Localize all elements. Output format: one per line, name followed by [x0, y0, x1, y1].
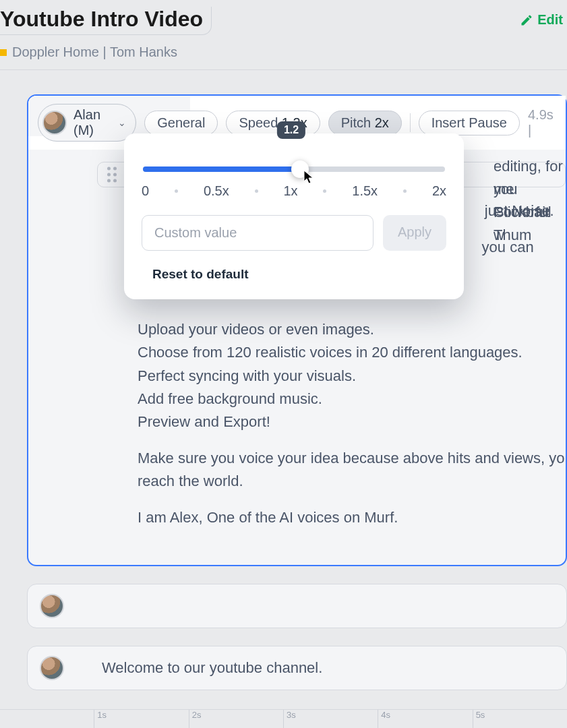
voice-avatar: [40, 594, 64, 618]
custom-value-input[interactable]: Custom value: [142, 215, 374, 251]
timeline-tick: [0, 710, 94, 728]
editor-block-3[interactable]: Welcome to our youtube channel.: [27, 646, 567, 690]
tick-dot: [403, 189, 407, 193]
block-3-text: Welcome to our youtube channel.: [102, 659, 322, 677]
pencil-icon: [520, 13, 533, 27]
edit-label: Edit: [537, 12, 563, 28]
script-p5: I am Alex, One of the AI voices on Murf.: [138, 506, 566, 529]
voice-avatar: [42, 111, 67, 135]
toolbar-separator: [410, 113, 411, 132]
card-frag-r3: Clickbait Thum: [494, 201, 566, 247]
page-title[interactable]: Youtube Intro Video: [0, 7, 212, 35]
insert-pause-pill[interactable]: Insert Pause: [419, 111, 520, 135]
timeline-tick: 5s: [473, 710, 567, 728]
script-p3: Upload your videos or even images. Choos…: [138, 318, 566, 433]
speed-popover: 1.2 0 0.5x 1x 1.5x 2x Custom value Apply…: [124, 133, 464, 299]
timeline-tick: 2s: [189, 710, 283, 728]
editor-block-2[interactable]: [27, 584, 567, 628]
chevron-down-icon: ⌄: [118, 117, 126, 128]
project-color-dot: [0, 49, 7, 56]
tick-0: 0: [142, 183, 149, 199]
speed-slider[interactable]: [143, 164, 445, 174]
voice-avatar: [40, 656, 64, 680]
slider-tick-labels: 0 0.5x 1x 1.5x 2x: [142, 183, 446, 199]
breadcrumb[interactable]: Doppler Home | Tom Hanks: [0, 44, 567, 60]
script-p4: Make sure you voice your idea because ab…: [138, 447, 566, 493]
tick-dot: [255, 189, 258, 193]
breadcrumb-text: Doppler Home | Tom Hanks: [12, 44, 177, 60]
speed-pill[interactable]: Speed 1.2x: [226, 111, 320, 135]
tick-05: 0.5x: [204, 183, 229, 199]
edit-button[interactable]: Edit: [520, 12, 567, 28]
drag-handle-icon[interactable]: [107, 167, 117, 183]
tick-dot: [323, 189, 326, 193]
block-duration: 4.9s |: [528, 107, 556, 138]
timeline-tick: 3s: [283, 710, 378, 728]
slider-tooltip: 1.2: [277, 121, 305, 139]
tick-15: 1.5x: [352, 183, 378, 199]
tick-1: 1x: [283, 183, 297, 199]
pitch-label: Pitch: [341, 115, 371, 130]
cursor-icon: [303, 170, 316, 188]
apply-button[interactable]: Apply: [383, 215, 446, 251]
voice-selector[interactable]: Alan (M) ⌄: [38, 104, 136, 142]
timeline-tick: 4s: [378, 710, 472, 728]
pitch-pill[interactable]: Pitch 2x: [328, 111, 402, 135]
timeline-ruler[interactable]: 1s 2s 3s 4s 5s: [0, 709, 567, 728]
reset-to-default-button[interactable]: Reset to default: [142, 267, 446, 282]
tick-dot: [175, 189, 178, 193]
speed-label: Speed: [239, 115, 278, 130]
voice-name: Alan (M): [73, 107, 111, 138]
slider-track-fill: [143, 166, 300, 172]
general-pill[interactable]: General: [144, 111, 218, 135]
timeline-tick: 1s: [94, 710, 188, 728]
header-divider: [0, 69, 567, 70]
pitch-value: 2x: [375, 115, 389, 130]
tick-2: 2x: [432, 183, 446, 199]
